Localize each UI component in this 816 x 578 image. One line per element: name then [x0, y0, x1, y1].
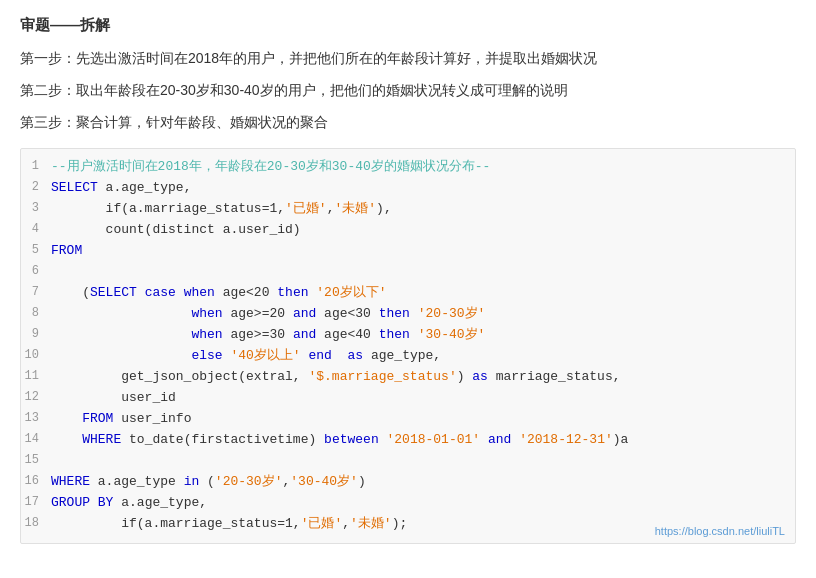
code-line-7: 7 (SELECT case when age<20 then '20岁以下'	[21, 283, 795, 304]
step-3: 第三步：聚合计算，针对年龄段、婚姻状况的聚合	[20, 111, 796, 135]
code-line-16: 16 WHERE a.age_type in ('20-30岁','30-40岁…	[21, 472, 795, 493]
step-1: 第一步：先选出激活时间在2018年的用户，并把他们所在的年龄段计算好，并提取出婚…	[20, 47, 796, 71]
watermark: https://blog.csdn.net/liuliTL	[655, 525, 785, 537]
page-title: 审题——拆解	[20, 16, 796, 35]
code-line-10: 10 else '40岁以上' end as age_type,	[21, 346, 795, 367]
code-line-13: 13 FROM user_info	[21, 409, 795, 430]
code-line-12: 12 user_id	[21, 388, 795, 409]
code-line-9: 9 when age>=30 and age<40 then '30-40岁'	[21, 325, 795, 346]
code-line-4: 4 count(distinct a.user_id)	[21, 220, 795, 241]
page-container: 审题——拆解 第一步：先选出激活时间在2018年的用户，并把他们所在的年龄段计算…	[0, 0, 816, 560]
code-line-14: 14 WHERE to_date(firstactivetime) betwee…	[21, 430, 795, 451]
code-line-15: 15	[21, 451, 795, 472]
step-1-label: 第一步：	[20, 50, 76, 66]
code-line-6: 6	[21, 262, 795, 283]
code-line-11: 11 get_json_object(extral, '$.marriage_s…	[21, 367, 795, 388]
code-line-3: 3 if(a.marriage_status=1,'已婚','未婚'),	[21, 199, 795, 220]
code-line-8: 8 when age>=20 and age<30 then '20-30岁'	[21, 304, 795, 325]
code-line-5: 5 FROM	[21, 241, 795, 262]
step-2: 第二步：取出年龄段在20-30岁和30-40岁的用户，把他们的婚姻状况转义成可理…	[20, 79, 796, 103]
code-line-1: 1 --用户激活时间在2018年，年龄段在20-30岁和30-40岁的婚姻状况分…	[21, 157, 795, 178]
code-block: 1 --用户激活时间在2018年，年龄段在20-30岁和30-40岁的婚姻状况分…	[20, 148, 796, 544]
code-line-17: 17 GROUP BY a.age_type,	[21, 493, 795, 514]
step-2-label: 第二步：	[20, 82, 76, 98]
code-line-2: 2 SELECT a.age_type,	[21, 178, 795, 199]
step-3-label: 第三步：	[20, 114, 76, 130]
